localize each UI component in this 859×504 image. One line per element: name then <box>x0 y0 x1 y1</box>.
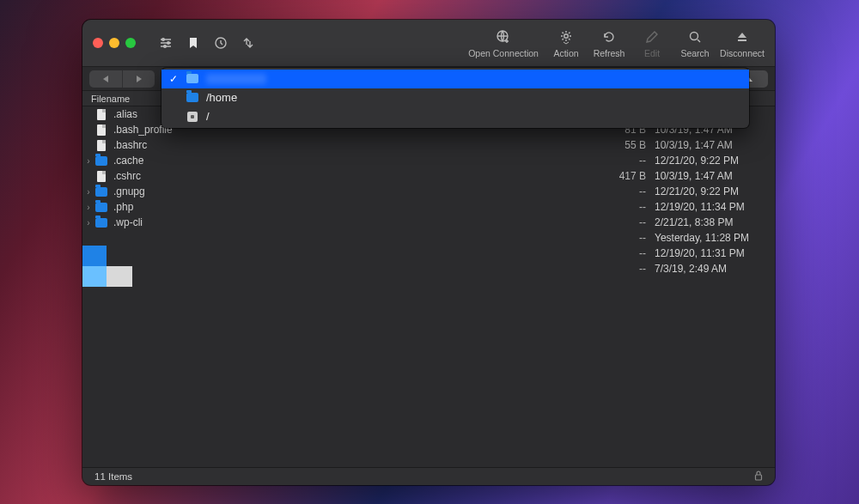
path-bar: ✓ /home / <box>82 67 775 91</box>
zoom-window-button[interactable] <box>125 38 136 48</box>
lock-icon <box>754 471 763 483</box>
file-icon <box>94 170 108 182</box>
disclosure-triangle[interactable]: › <box>82 203 94 212</box>
folder-icon <box>186 92 199 104</box>
redacted-thumbnails <box>82 246 132 287</box>
status-bar: 11 Items <box>82 467 775 485</box>
close-window-button[interactable] <box>93 38 103 48</box>
svg-rect-7 <box>738 39 746 41</box>
file-icon <box>94 124 108 136</box>
check-icon: ✓ <box>168 73 179 85</box>
bookmark-icon[interactable] <box>186 35 201 51</box>
file-date: 12/19/20, 11:34 PM <box>646 201 766 213</box>
open-connection-label: Open Connection <box>468 48 539 58</box>
file-size: 417 B <box>601 170 646 182</box>
table-row[interactable]: ›.wp-cli--2/21/21, 8:38 PM <box>82 215 775 230</box>
path-item-current[interactable]: ✓ <box>161 70 749 88</box>
action-label: Action <box>553 48 578 58</box>
refresh-icon <box>600 28 618 46</box>
action-button[interactable]: Action <box>548 28 584 58</box>
table-row[interactable]: --12/19/20, 11:31 PM <box>82 246 775 261</box>
file-name: .cache <box>113 155 601 167</box>
table-row[interactable]: ›.php--12/19/20, 11:34 PM <box>82 199 775 215</box>
file-size: 55 B <box>601 139 646 151</box>
redacted-path-label <box>206 74 266 84</box>
history-icon[interactable] <box>213 35 228 51</box>
pencil-icon <box>643 28 661 46</box>
file-icon <box>94 108 108 120</box>
gear-icon <box>557 28 575 46</box>
folder-icon <box>94 185 108 197</box>
edit-label: Edit <box>644 48 660 58</box>
table-row[interactable]: .bashrc55 B10/3/19, 1:47 AM <box>82 137 775 153</box>
file-name: .gnupg <box>113 185 601 197</box>
disconnect-label: Disconnect <box>720 48 765 58</box>
file-size: -- <box>601 201 646 213</box>
file-date: 2/21/21, 8:38 PM <box>646 216 766 228</box>
table-row[interactable]: --7/3/19, 2:49 AM <box>82 261 775 276</box>
edit-button: Edit <box>634 28 670 58</box>
globe-plus-icon <box>495 28 512 46</box>
open-connection-button[interactable]: Open Connection <box>466 28 541 58</box>
file-date: Yesterday, 11:28 PM <box>646 232 766 244</box>
table-row[interactable]: .cshrc417 B10/3/19, 1:47 AM <box>82 168 775 184</box>
table-row[interactable]: ›.cache--12/21/20, 9:22 PM <box>82 153 775 168</box>
nav-history <box>89 70 155 88</box>
svg-point-0 <box>162 39 165 41</box>
file-name: .bashrc <box>113 139 601 151</box>
folder-icon <box>94 201 108 213</box>
titlebar: Open Connection Action Refresh Edit Sear… <box>82 20 775 67</box>
file-size: -- <box>601 216 646 228</box>
table-row[interactable]: --Yesterday, 11:28 PM <box>82 230 775 246</box>
search-icon <box>686 28 704 46</box>
item-count: 11 Items <box>94 471 132 482</box>
svg-point-1 <box>168 42 170 45</box>
window-controls <box>93 38 136 48</box>
minimize-window-button[interactable] <box>109 38 119 48</box>
svg-point-5 <box>564 33 569 38</box>
file-date: 12/21/20, 9:22 PM <box>646 155 766 167</box>
file-date: 10/3/19, 1:47 AM <box>646 139 766 151</box>
svg-rect-8 <box>756 475 762 480</box>
file-size: -- <box>601 155 646 167</box>
redacted-icon <box>94 232 108 244</box>
app-window: Open Connection Action Refresh Edit Sear… <box>82 20 775 485</box>
file-date: 12/19/20, 11:31 PM <box>646 247 766 259</box>
path-item-label: / <box>206 110 210 123</box>
eject-icon <box>734 28 751 46</box>
file-date: 12/21/20, 9:22 PM <box>646 185 766 197</box>
file-size: -- <box>601 247 646 259</box>
file-list[interactable]: .alias--1:47 AM.bash_profile81 B10/3/19,… <box>82 106 775 467</box>
path-item-root[interactable]: / <box>161 107 749 126</box>
nav-back-button[interactable] <box>89 70 122 88</box>
table-row[interactable]: ›.gnupg--12/21/20, 9:22 PM <box>82 184 775 199</box>
file-name: .cshrc <box>113 170 601 182</box>
transfers-icon[interactable] <box>241 35 256 51</box>
path-dropdown[interactable]: ✓ /home / <box>161 70 722 88</box>
file-size: -- <box>601 263 646 275</box>
svg-point-2 <box>164 46 167 48</box>
path-item-label: /home <box>206 91 237 104</box>
refresh-label: Refresh <box>594 48 625 58</box>
file-name: .php <box>113 201 601 213</box>
file-name: .wp-cli <box>113 216 601 228</box>
path-dropdown-menu: ✓ /home / <box>161 68 749 128</box>
search-label: Search <box>680 48 709 58</box>
search-button[interactable]: Search <box>677 28 713 58</box>
titlebar-left-tools <box>153 35 261 51</box>
refresh-button[interactable]: Refresh <box>591 28 627 58</box>
folder-icon <box>186 73 199 85</box>
disclosure-triangle[interactable]: › <box>82 218 94 228</box>
path-item-home[interactable]: /home <box>161 88 749 107</box>
disclosure-triangle[interactable]: › <box>82 187 94 197</box>
disconnect-button[interactable]: Disconnect <box>720 28 765 58</box>
nav-forward-button[interactable] <box>122 70 155 88</box>
svg-point-6 <box>691 32 698 39</box>
folder-icon <box>94 155 108 167</box>
file-size: -- <box>601 185 646 197</box>
disclosure-triangle[interactable]: › <box>82 156 94 166</box>
column-filename: Filename <box>91 94 130 104</box>
sliders-icon[interactable] <box>158 35 174 51</box>
drive-icon <box>186 111 199 123</box>
file-size: -- <box>601 232 646 244</box>
